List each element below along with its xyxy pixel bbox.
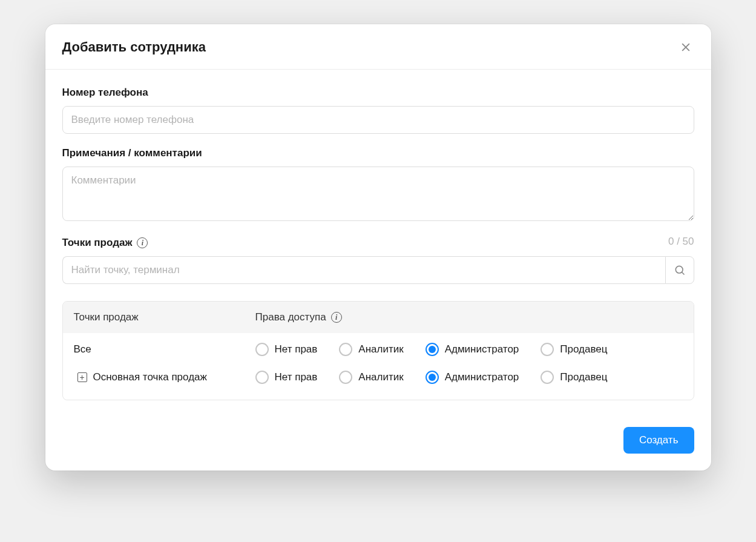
info-icon[interactable]: i [331,312,342,323]
radio-indicator [339,371,352,384]
points-label: Точки продаж [62,237,133,249]
radio-option[interactable]: Аналитик [339,371,403,384]
radio-indicator [426,343,439,356]
radio-label: Продавец [560,371,607,383]
modal-body: Номер телефона Примечания / комментарии … [45,70,711,412]
table-body: ВсеНет правАналитикАдминистраторПродавец… [63,333,694,400]
phone-label: Номер телефона [62,87,694,99]
header-points: Точки продаж [74,311,255,323]
radio-indicator [339,343,352,356]
radio-indicator [541,371,554,384]
create-button[interactable]: Создать [623,427,694,454]
svg-point-2 [675,266,683,273]
radio-label: Нет прав [275,343,318,355]
close-button[interactable] [677,39,694,56]
access-table: Точки продаж Права доступа i ВсеНет прав… [62,301,694,400]
table-row: ВсеНет правАналитикАдминистраторПродавец [74,335,683,363]
radio-label: Нет прав [275,371,318,383]
modal-title: Добавить сотрудника [62,39,206,55]
point-name-cell: Все [74,343,255,355]
add-employee-modal: Добавить сотрудника Номер телефона Приме… [45,24,711,471]
point-name-cell: +Основная точка продаж [74,371,255,383]
header-rights: Права доступа i [255,311,683,323]
radio-indicator [255,371,269,384]
point-name-text: Основная точка продаж [93,371,207,383]
radio-option[interactable]: Нет прав [255,343,318,356]
search-input[interactable] [62,256,665,284]
svg-line-3 [682,273,684,275]
radio-indicator [426,371,439,384]
table-header: Точки продаж Права доступа i [63,302,694,333]
role-radios: Нет правАналитикАдминистраторПродавец [255,371,683,384]
search-button[interactable] [665,256,694,284]
modal-footer: Создать [45,412,711,471]
modal-header: Добавить сотрудника [45,24,711,70]
radio-option[interactable]: Администратор [426,371,519,384]
radio-label: Администратор [445,371,519,383]
phone-input[interactable] [62,106,694,134]
radio-option[interactable]: Продавец [541,371,607,384]
points-search [62,256,694,284]
info-icon[interactable]: i [137,237,148,248]
radio-label: Администратор [445,343,519,355]
radio-label: Аналитик [358,371,403,383]
radio-option[interactable]: Аналитик [339,343,403,356]
char-counter: 0 / 50 [668,236,694,248]
role-radios: Нет правАналитикАдминистраторПродавец [255,343,683,356]
comments-textarea[interactable] [62,167,694,221]
radio-label: Аналитик [358,343,403,355]
phone-group: Номер телефона [62,87,694,134]
radio-option[interactable]: Продавец [541,343,607,356]
table-row: +Основная точка продажНет правАналитикАд… [74,363,683,391]
search-icon [674,264,686,276]
points-group: 0 / 50 Точки продаж i [62,237,694,284]
header-rights-text: Права доступа [255,311,326,323]
point-name-text: Все [74,343,91,355]
radio-option[interactable]: Нет прав [255,371,318,384]
radio-indicator [541,343,554,356]
radio-indicator [255,343,269,356]
radio-label: Продавец [560,343,607,355]
comments-group: Примечания / комментарии [62,147,694,223]
close-icon [680,41,692,53]
expand-icon[interactable]: + [77,372,87,382]
radio-option[interactable]: Администратор [426,343,519,356]
comments-label: Примечания / комментарии [62,147,694,159]
